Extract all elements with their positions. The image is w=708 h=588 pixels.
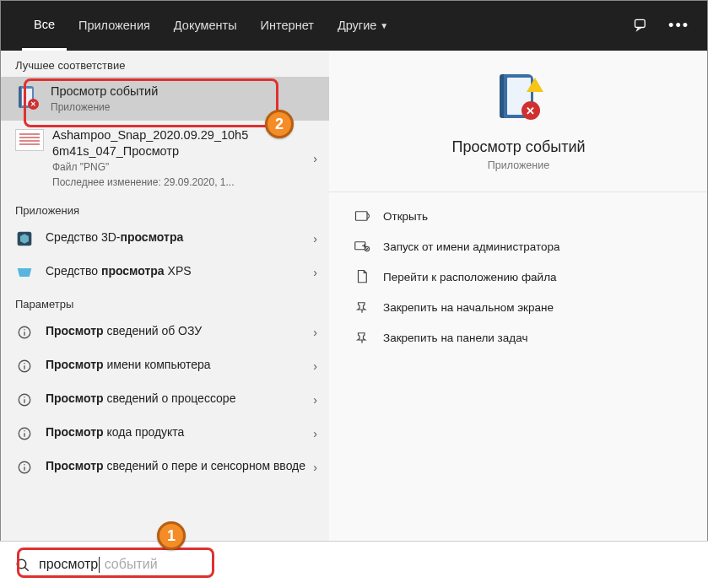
search-input-text: просмотр событий	[39, 557, 158, 573]
annotation-badge-1: 1	[157, 521, 186, 550]
event-viewer-large-icon: ✕	[495, 74, 543, 123]
annotation-badge-2: 2	[265, 110, 294, 138]
event-viewer-icon: ✕	[15, 85, 41, 111]
svg-point-22	[17, 559, 26, 569]
search-suggestion-ghost: событий	[100, 557, 157, 571]
svg-line-23	[24, 567, 29, 571]
search-icon	[15, 558, 30, 573]
search-bar[interactable]: просмотр событий	[0, 541, 708, 588]
